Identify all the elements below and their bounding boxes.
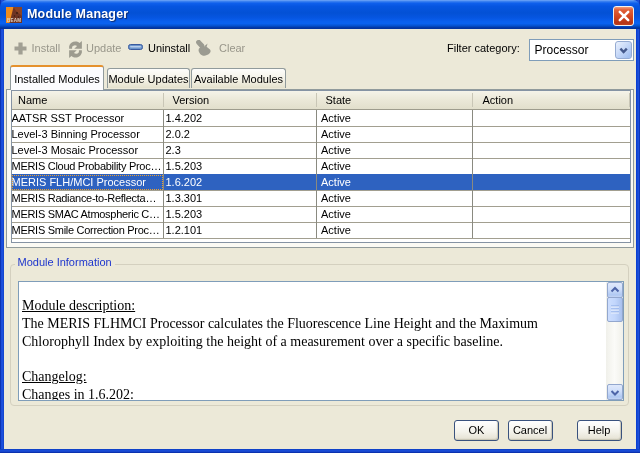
svg-text:BEAM: BEAM [7,18,21,23]
